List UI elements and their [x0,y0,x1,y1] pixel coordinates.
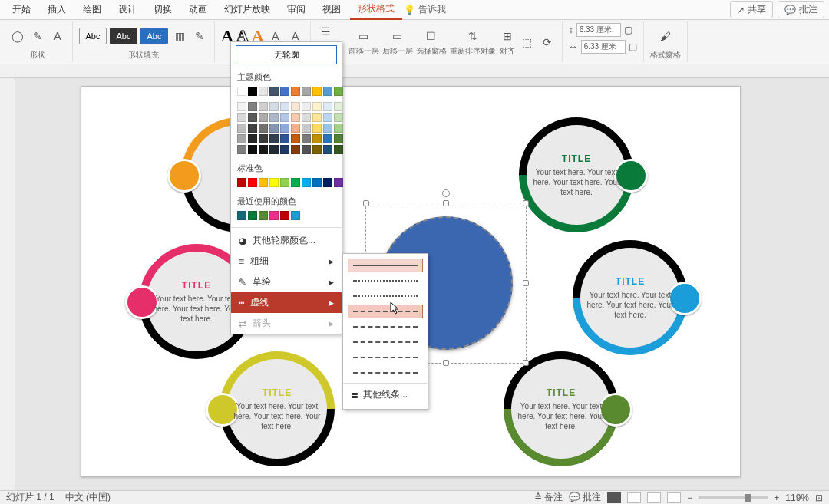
bubble-green[interactable]: TITLEYour text here. Your text here. You… [511,110,642,240]
color-swatch[interactable] [259,145,268,154]
tab-view[interactable]: 视图 [315,0,348,19]
resize-handle-se[interactable] [523,360,529,366]
view-sorter-button[interactable] [627,492,641,503]
rotate-handle[interactable] [442,189,450,197]
color-swatch[interactable] [269,87,279,96]
bring-forward-button[interactable]: ▭ [355,28,372,44]
notes-button[interactable]: ≙ 备注 [534,491,563,504]
color-swatch[interactable] [269,145,279,154]
tell-me[interactable]: 💡告诉我 [404,3,446,16]
color-swatch[interactable] [323,134,332,143]
zoom-out-button[interactable]: − [687,492,692,503]
color-swatch[interactable] [291,102,300,111]
color-swatch[interactable] [237,102,246,111]
dash-option-round-dot[interactable] [348,274,423,288]
color-swatch[interactable] [280,113,289,122]
resize-handle-s[interactable] [443,360,449,366]
tab-start[interactable]: 开始 [5,0,38,19]
color-swatch[interactable] [312,113,322,122]
dash-option-long-dash-dot-dot[interactable] [348,366,423,380]
color-swatch[interactable] [323,102,332,111]
color-swatch[interactable] [312,145,322,154]
dash-option-dash[interactable] [348,305,423,318]
color-swatch[interactable] [280,87,289,96]
zoom-in-button[interactable]: + [774,492,779,503]
color-swatch[interactable] [248,178,257,187]
color-swatch[interactable] [248,145,257,154]
color-swatch[interactable] [237,124,246,133]
color-swatch[interactable] [334,178,343,187]
color-swatch[interactable] [334,87,343,96]
color-swatch[interactable] [312,134,322,143]
color-swatch[interactable] [237,87,246,96]
color-swatch[interactable] [291,87,300,96]
style-swatch-light[interactable]: Abc [79,28,107,44]
outline-dashes[interactable]: ┅虚线▶ [231,292,342,313]
insert-shape-button[interactable]: ◯ [9,28,26,44]
dash-option-solid[interactable] [348,259,423,272]
no-outline-option[interactable]: 无轮廓 [236,45,337,64]
color-swatch[interactable] [259,211,268,220]
color-swatch[interactable] [259,178,268,187]
color-swatch[interactable] [312,102,322,111]
color-swatch[interactable] [259,134,268,143]
color-swatch[interactable] [248,211,257,220]
color-swatch[interactable] [291,113,300,122]
color-swatch[interactable] [334,102,343,111]
resize-handle-nw[interactable] [363,200,369,206]
align-button[interactable]: ⊞ [499,28,516,44]
color-swatch[interactable] [269,124,279,133]
color-swatch[interactable] [237,178,246,187]
alt-text-button[interactable]: ☰ [318,23,335,40]
language-indicator[interactable]: 中文 (中国) [65,491,111,504]
color-swatch[interactable] [280,102,289,111]
shape-outline-button[interactable]: ✎ [191,28,208,44]
color-swatch[interactable] [334,124,343,133]
stepper-icon[interactable]: ▢ [624,25,632,35]
color-swatch[interactable] [248,124,257,133]
zoom-percentage[interactable]: 119% [785,492,809,503]
color-swatch[interactable] [237,211,246,220]
tab-design[interactable]: 设计 [111,0,144,19]
color-swatch[interactable] [323,113,332,122]
color-swatch[interactable] [323,124,332,133]
color-swatch[interactable] [280,145,289,154]
slide-counter[interactable]: 幻灯片 1 / 1 [6,491,54,504]
edit-shape-button[interactable]: ✎ [29,28,46,44]
format-pane-button[interactable]: 🖌 [657,28,674,44]
more-lines-option[interactable]: ≣其他线条... [343,383,428,406]
color-swatch[interactable] [280,134,289,143]
reorder-button[interactable]: ⇅ [464,28,481,44]
share-button[interactable]: ↗共享 [730,1,773,18]
resize-handle-e[interactable] [523,280,529,286]
color-swatch[interactable] [269,113,279,122]
color-swatch[interactable] [334,145,343,154]
more-outline-colors[interactable]: ◕其他轮廓颜色... [231,230,342,251]
rotate-button[interactable]: ⟳ [539,34,556,51]
view-slideshow-button[interactable] [667,492,681,503]
tab-animation[interactable]: 动画 [181,0,215,19]
status-comments-button[interactable]: 💬 批注 [569,491,601,504]
send-backward-button[interactable]: ▭ [389,28,406,44]
color-swatch[interactable] [269,102,279,111]
color-swatch[interactable] [302,145,311,154]
outline-sketch[interactable]: ✎草绘▶ [231,272,342,292]
color-swatch[interactable] [334,134,343,143]
shape-fill-button[interactable]: ▥ [171,28,188,44]
tab-review[interactable]: 审阅 [279,0,313,19]
color-swatch[interactable] [312,124,322,133]
color-swatch[interactable] [248,102,257,111]
width-input[interactable]: 6.33 厘米 [581,40,626,54]
resize-handle-ne[interactable] [523,200,529,206]
view-normal-button[interactable] [607,492,621,503]
resize-handle-n[interactable] [443,200,449,206]
color-swatch[interactable] [248,87,257,96]
color-swatch[interactable] [259,113,268,122]
bubble-yellow[interactable]: TITLEYour text here. Your text here. You… [212,344,342,474]
color-swatch[interactable] [237,113,246,122]
tab-shape-format[interactable]: 形状格式 [350,0,402,20]
dash-option-dash-dot[interactable] [348,320,423,334]
color-swatch[interactable] [280,211,289,220]
color-swatch[interactable] [259,124,268,133]
color-swatch[interactable] [302,124,311,133]
